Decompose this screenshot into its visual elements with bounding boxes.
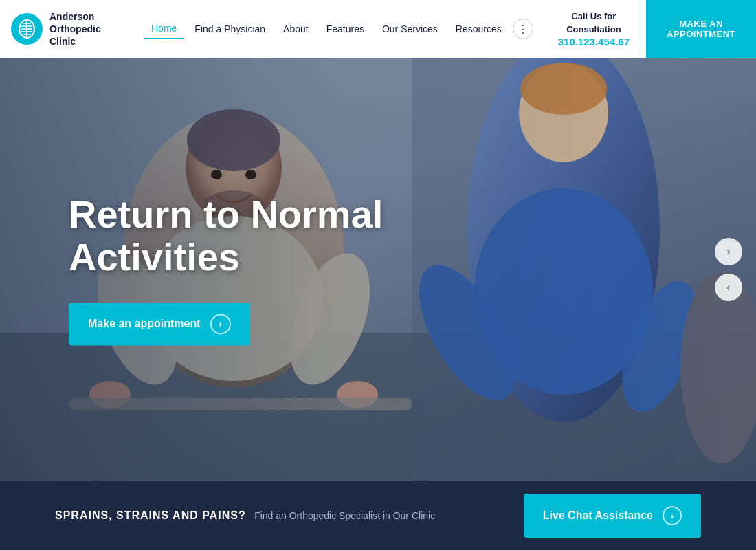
bottom-bar: SPRAINS, STRAINS AND PAINS? Find an Orth… <box>0 481 756 550</box>
nav-home[interactable]: Home <box>144 19 184 39</box>
call-number[interactable]: 310.123.454.67 <box>558 36 630 47</box>
slider-prev-button[interactable]: ‹ <box>715 274 742 301</box>
slider-next-button[interactable]: › <box>715 238 742 265</box>
nav-find-physician[interactable]: Find a Physician <box>188 19 272 38</box>
nav-links: Home Find a Physician About Features Our… <box>131 19 542 39</box>
nav-features[interactable]: Features <box>320 19 371 38</box>
logo-area: Anderson Orthopedic Clinic <box>0 10 131 48</box>
promo-highlight: SPRAINS, STRAINS AND PAINS? <box>55 509 246 521</box>
hero-cta-button[interactable]: Make an appointment › <box>69 303 250 346</box>
logo-icon <box>11 13 43 45</box>
bottom-promo-text: SPRAINS, STRAINS AND PAINS? Find an Orth… <box>55 509 435 522</box>
chat-arrow-icon: › <box>663 506 682 525</box>
make-appointment-button[interactable]: MAKE ANAPPOINTMENT <box>646 0 756 58</box>
nav-resources[interactable]: Resources <box>449 19 509 38</box>
live-chat-button[interactable]: Live Chat Assistance › <box>524 494 701 538</box>
nav-right: Call Us forConsultation 310.123.454.67 M… <box>542 0 756 58</box>
navbar: Anderson Orthopedic Clinic Home Find a P… <box>0 0 756 58</box>
promo-subtext: Find an Orthopedic Specialist in Our Cli… <box>254 510 435 521</box>
cta-arrow-icon: › <box>210 314 231 335</box>
nav-more-button[interactable]: ⋮ <box>513 19 533 39</box>
hero-section: Return to Normal Activities Make an appo… <box>0 58 756 481</box>
nav-about[interactable]: About <box>276 19 315 38</box>
nav-our-services[interactable]: Our Services <box>375 19 445 38</box>
call-label: Call Us forConsultation <box>558 10 630 35</box>
hero-content: Return to Normal Activities Make an appo… <box>69 193 481 345</box>
call-box: Call Us forConsultation 310.123.454.67 <box>542 10 646 47</box>
slider-nav: › ‹ <box>715 238 742 301</box>
hero-title: Return to Normal Activities <box>69 193 481 278</box>
logo-text: Anderson Orthopedic Clinic <box>49 10 101 48</box>
